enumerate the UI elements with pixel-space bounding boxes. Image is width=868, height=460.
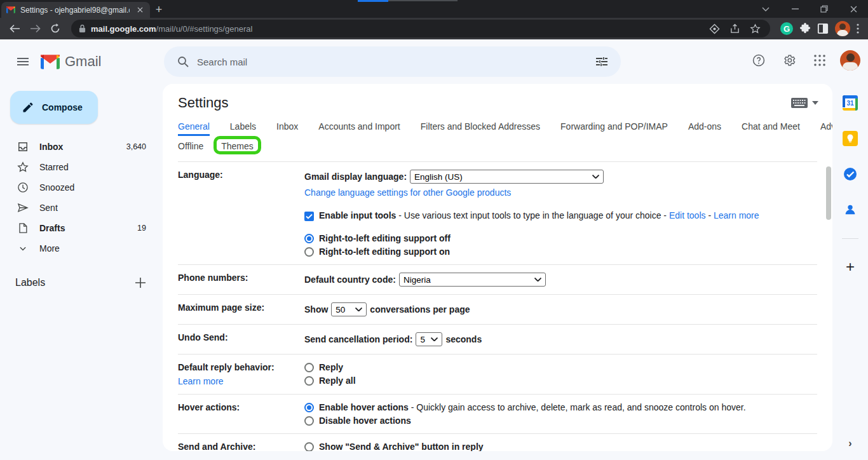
- browser-menu-icon[interactable]: [857, 24, 859, 34]
- search-bar[interactable]: [164, 46, 621, 77]
- browser-profile-avatar[interactable]: [835, 21, 850, 36]
- sidebar-item-snoozed[interactable]: Snoozed: [0, 177, 163, 198]
- sidebar-item-more[interactable]: More: [0, 238, 163, 259]
- page-size-select[interactable]: 50: [331, 302, 367, 316]
- compose-pencil-icon: [22, 101, 34, 114]
- browser-tab[interactable]: Settings - ojehgabriel98@gmail.c: [1, 2, 150, 18]
- window-close-icon[interactable]: [839, 0, 868, 18]
- setting-row-language: Language: Gmail display language: Englis…: [178, 162, 817, 265]
- cancellation-period-select[interactable]: 5: [416, 332, 442, 346]
- bookmark-star-icon[interactable]: [747, 22, 763, 36]
- tab-accounts-and-import[interactable]: Accounts and Import: [318, 119, 400, 136]
- side-panel-icon[interactable]: [817, 23, 829, 34]
- page-title: Settings: [178, 84, 817, 111]
- disable-hover-radio[interactable]: [304, 416, 314, 426]
- extensions-puzzle-icon[interactable]: [799, 23, 811, 34]
- tab-chat-and-meet[interactable]: Chat and Meet: [742, 119, 800, 136]
- account-avatar[interactable]: [840, 50, 860, 71]
- setting-row-send-and-archive: Send and Archive: Show "Send & Archive" …: [178, 434, 817, 451]
- keyboard-icon[interactable]: [791, 98, 808, 108]
- sidebar-item-starred[interactable]: Starred: [0, 157, 163, 177]
- enable-input-tools-checkbox[interactable]: [304, 212, 314, 221]
- grammarly-extension-icon[interactable]: G: [780, 22, 793, 35]
- settings-card: Settings General Labels Inbox Accounts a…: [163, 84, 832, 451]
- top-strip: [388, 0, 458, 1]
- url-bar[interactable]: mail.google.com/mail/u/0/#settings/gener…: [71, 20, 770, 37]
- search-options-icon[interactable]: [588, 48, 616, 76]
- browser-toolbar: mail.google.com/mail/u/0/#settings/gener…: [0, 18, 868, 39]
- select-chevron-icon: [355, 308, 362, 311]
- rtl-on-radio[interactable]: [304, 247, 314, 257]
- country-code-label: Default country code:: [304, 274, 396, 285]
- back-icon[interactable]: [5, 20, 24, 37]
- keep-icon[interactable]: [840, 128, 860, 149]
- enable-hover-radio[interactable]: [304, 403, 314, 412]
- new-tab-button[interactable]: +: [150, 2, 168, 18]
- reload-icon[interactable]: [46, 20, 65, 37]
- window-dropdown-icon[interactable]: [751, 0, 780, 18]
- chevron-down-icon: [17, 242, 29, 255]
- calendar-icon[interactable]: 31: [840, 93, 860, 113]
- setting-row-phone-numbers: Phone numbers: Default country code: Nig…: [178, 265, 817, 295]
- window-minimize-icon[interactable]: [780, 0, 810, 18]
- right-side-panel: 31 + ›: [832, 84, 868, 460]
- sidebar-item-inbox[interactable]: Inbox 3,640: [0, 137, 163, 157]
- create-label-icon[interactable]: [135, 277, 146, 288]
- tab-advanced[interactable]: Advanced: [820, 119, 832, 136]
- forward-icon[interactable]: [25, 20, 44, 37]
- privacy-eye-icon[interactable]: [707, 22, 722, 36]
- tab-title: Settings - ojehgabriel98@gmail.c: [20, 6, 130, 15]
- sidebar-item-sent[interactable]: Sent: [0, 198, 163, 218]
- scrollbar-thumb[interactable]: [826, 166, 831, 220]
- help-icon[interactable]: [745, 46, 773, 74]
- tab-themes[interactable]: Themes: [215, 139, 260, 156]
- drafts-count: 19: [137, 224, 146, 233]
- left-sidebar: Compose Inbox 3,640 Starred Snoozed: [0, 84, 163, 293]
- window-restore-icon[interactable]: [810, 0, 839, 18]
- country-code-select[interactable]: Nigeria: [399, 273, 546, 287]
- tasks-icon[interactable]: [840, 164, 860, 184]
- tab-filters-and-blocked-addresses[interactable]: Filters and Blocked Addresses: [421, 119, 540, 136]
- rtl-off-radio[interactable]: [304, 234, 314, 243]
- sidebar-item-drafts[interactable]: Drafts 19: [0, 218, 163, 238]
- setting-row-hover-actions: Hover actions: Enable hover actions - Qu…: [178, 395, 817, 434]
- google-apps-icon[interactable]: [806, 46, 834, 74]
- search-icon[interactable]: [169, 48, 197, 76]
- change-language-link[interactable]: Change language settings for other Googl…: [304, 187, 511, 198]
- search-input[interactable]: [197, 57, 588, 67]
- learn-more-link[interactable]: Learn more: [714, 210, 759, 220]
- tab-close-icon[interactable]: [135, 5, 145, 15]
- tab-labels[interactable]: Labels: [230, 119, 256, 136]
- reply-all-radio[interactable]: [304, 376, 314, 386]
- display-language-label: Gmail display language:: [304, 172, 407, 182]
- gmail-favicon-icon: [6, 6, 15, 13]
- url-path: /mail/u/0/#settings/general: [156, 24, 253, 34]
- share-icon[interactable]: [727, 22, 742, 36]
- keyboard-dropdown-icon[interactable]: [812, 101, 818, 105]
- tab-general[interactable]: General: [178, 119, 210, 136]
- tab-add-ons[interactable]: Add-ons: [688, 119, 721, 136]
- tab-forwarding-and-pop-imap[interactable]: Forwarding and POP/IMAP: [560, 119, 668, 136]
- get-add-ons-icon[interactable]: +: [840, 257, 860, 277]
- enable-input-tools-label: Enable input tools: [319, 210, 396, 220]
- star-icon: [17, 161, 29, 173]
- reply-learn-more-link[interactable]: Learn more: [178, 376, 224, 386]
- labels-header: Labels: [15, 277, 135, 288]
- hide-side-panel-icon[interactable]: ›: [841, 435, 859, 452]
- setting-row-undo-send: Undo Send: Send cancellation period: 5 s…: [178, 325, 817, 355]
- display-language-select[interactable]: English (US): [410, 170, 604, 184]
- compose-button[interactable]: Compose: [10, 91, 98, 124]
- draft-icon: [17, 222, 29, 234]
- settings-gear-icon[interactable]: [775, 46, 803, 74]
- gmail-logo[interactable]: Gmail: [41, 53, 101, 70]
- tab-inbox[interactable]: Inbox: [276, 119, 298, 136]
- send-archive-radio[interactable]: [304, 442, 314, 452]
- reply-radio[interactable]: [304, 363, 314, 372]
- tab-offline[interactable]: Offline: [178, 139, 203, 156]
- tab-loading-indicator: [358, 0, 388, 2]
- main-menu-icon[interactable]: [8, 46, 38, 77]
- edit-tools-link[interactable]: Edit tools: [669, 210, 706, 220]
- contacts-icon[interactable]: [840, 200, 860, 220]
- clock-icon: [17, 181, 29, 194]
- settings-tabs-row2: Offline Themes: [178, 139, 817, 162]
